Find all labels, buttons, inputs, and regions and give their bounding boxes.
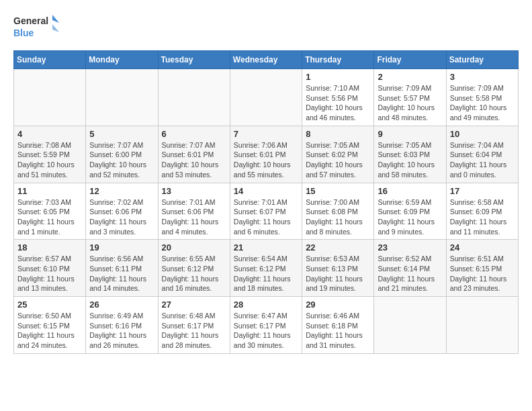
day-cell: 26Sunrise: 6:49 AM Sunset: 6:16 PM Dayli… (86, 297, 158, 354)
day-info: Sunrise: 7:10 AM Sunset: 5:56 PM Dayligh… (306, 83, 370, 123)
day-cell: 8Sunrise: 7:05 AM Sunset: 6:02 PM Daylig… (302, 126, 374, 183)
day-number: 13 (162, 186, 226, 196)
day-info: Sunrise: 7:03 AM Sunset: 6:05 PM Dayligh… (17, 197, 82, 237)
day-info: Sunrise: 6:53 AM Sunset: 6:13 PM Dayligh… (306, 254, 370, 293)
header-cell-thursday: Thursday (302, 51, 374, 69)
day-info: Sunrise: 7:01 AM Sunset: 6:06 PM Dayligh… (162, 197, 226, 237)
day-number: 7 (234, 129, 298, 139)
week-row-1: 1Sunrise: 7:10 AM Sunset: 5:56 PM Daylig… (14, 69, 519, 126)
day-cell: 27Sunrise: 6:48 AM Sunset: 6:17 PM Dayli… (158, 297, 230, 354)
day-cell (158, 69, 230, 126)
day-info: Sunrise: 6:57 AM Sunset: 6:10 PM Dayligh… (17, 254, 82, 293)
day-cell: 19Sunrise: 6:56 AM Sunset: 6:11 PM Dayli… (86, 240, 158, 297)
day-number: 26 (89, 300, 154, 310)
day-number: 8 (306, 129, 370, 139)
svg-marker-3 (52, 24, 59, 32)
day-cell: 6Sunrise: 7:07 AM Sunset: 6:01 PM Daylig… (158, 126, 230, 183)
svg-marker-2 (52, 15, 59, 23)
day-number: 2 (378, 72, 442, 82)
day-number: 14 (234, 186, 298, 196)
day-info: Sunrise: 7:02 AM Sunset: 6:06 PM Dayligh… (89, 197, 154, 237)
day-cell (230, 69, 302, 126)
day-info: Sunrise: 6:54 AM Sunset: 6:12 PM Dayligh… (234, 254, 298, 293)
header-row: SundayMondayTuesdayWednesdayThursdayFrid… (14, 51, 519, 69)
day-info: Sunrise: 6:48 AM Sunset: 6:17 PM Dayligh… (162, 311, 226, 351)
header-cell-sunday: Sunday (14, 51, 86, 69)
day-info: Sunrise: 6:55 AM Sunset: 6:12 PM Dayligh… (162, 254, 226, 293)
header-cell-friday: Friday (374, 51, 446, 69)
svg-text:Blue: Blue (13, 28, 34, 38)
logo-icon: General Blue (13, 13, 60, 44)
day-cell: 28Sunrise: 6:47 AM Sunset: 6:17 PM Dayli… (230, 297, 302, 354)
day-cell (86, 69, 158, 126)
header-cell-tuesday: Tuesday (158, 51, 230, 69)
day-cell: 9Sunrise: 7:05 AM Sunset: 6:03 PM Daylig… (374, 126, 446, 183)
day-number: 6 (162, 129, 226, 139)
day-number: 24 (450, 242, 515, 253)
day-number: 27 (162, 300, 226, 310)
day-cell: 14Sunrise: 7:01 AM Sunset: 6:07 PM Dayli… (230, 183, 302, 240)
day-number: 1 (306, 72, 370, 82)
day-info: Sunrise: 7:01 AM Sunset: 6:07 PM Dayligh… (234, 197, 298, 237)
day-cell: 24Sunrise: 6:51 AM Sunset: 6:15 PM Dayli… (446, 240, 518, 297)
day-info: Sunrise: 6:50 AM Sunset: 6:15 PM Dayligh… (17, 311, 82, 351)
header-cell-saturday: Saturday (446, 51, 518, 69)
day-info: Sunrise: 6:56 AM Sunset: 6:11 PM Dayligh… (89, 254, 154, 293)
logo: General Blue (13, 13, 60, 44)
day-cell: 10Sunrise: 7:04 AM Sunset: 6:04 PM Dayli… (446, 126, 518, 183)
day-info: Sunrise: 7:00 AM Sunset: 6:08 PM Dayligh… (306, 197, 370, 237)
day-cell: 17Sunrise: 6:58 AM Sunset: 6:09 PM Dayli… (446, 183, 518, 240)
day-number: 3 (450, 72, 515, 82)
day-info: Sunrise: 6:47 AM Sunset: 6:17 PM Dayligh… (234, 311, 298, 351)
day-number: 16 (378, 186, 442, 196)
day-number: 10 (450, 129, 515, 139)
day-info: Sunrise: 7:09 AM Sunset: 5:57 PM Dayligh… (378, 83, 442, 123)
day-cell: 15Sunrise: 7:00 AM Sunset: 6:08 PM Dayli… (302, 183, 374, 240)
week-row-5: 25Sunrise: 6:50 AM Sunset: 6:15 PM Dayli… (14, 297, 519, 354)
day-number: 29 (306, 300, 370, 310)
day-info: Sunrise: 7:05 AM Sunset: 6:02 PM Dayligh… (306, 140, 370, 180)
day-cell: 5Sunrise: 7:07 AM Sunset: 6:00 PM Daylig… (86, 126, 158, 183)
day-number: 5 (89, 129, 154, 139)
day-number: 23 (378, 242, 442, 253)
day-info: Sunrise: 7:04 AM Sunset: 6:04 PM Dayligh… (450, 140, 515, 180)
day-info: Sunrise: 7:05 AM Sunset: 6:03 PM Dayligh… (378, 140, 442, 180)
day-info: Sunrise: 7:07 AM Sunset: 6:01 PM Dayligh… (162, 140, 226, 180)
day-number: 21 (234, 242, 298, 253)
day-number: 11 (17, 186, 82, 196)
day-number: 28 (234, 300, 298, 310)
day-cell: 22Sunrise: 6:53 AM Sunset: 6:13 PM Dayli… (302, 240, 374, 297)
day-cell: 2Sunrise: 7:09 AM Sunset: 5:57 PM Daylig… (374, 69, 446, 126)
day-number: 4 (17, 129, 82, 139)
day-info: Sunrise: 6:59 AM Sunset: 6:09 PM Dayligh… (378, 197, 442, 237)
day-number: 22 (306, 242, 370, 253)
day-cell: 25Sunrise: 6:50 AM Sunset: 6:15 PM Dayli… (14, 297, 86, 354)
day-cell (446, 297, 518, 354)
day-info: Sunrise: 7:07 AM Sunset: 6:00 PM Dayligh… (89, 140, 154, 180)
day-cell: 11Sunrise: 7:03 AM Sunset: 6:05 PM Dayli… (14, 183, 86, 240)
day-cell: 23Sunrise: 6:52 AM Sunset: 6:14 PM Dayli… (374, 240, 446, 297)
day-cell: 1Sunrise: 7:10 AM Sunset: 5:56 PM Daylig… (302, 69, 374, 126)
day-number: 12 (89, 186, 154, 196)
day-cell: 4Sunrise: 7:08 AM Sunset: 5:59 PM Daylig… (14, 126, 86, 183)
header-cell-wednesday: Wednesday (230, 51, 302, 69)
day-number: 15 (306, 186, 370, 196)
day-cell: 12Sunrise: 7:02 AM Sunset: 6:06 PM Dayli… (86, 183, 158, 240)
day-info: Sunrise: 6:49 AM Sunset: 6:16 PM Dayligh… (89, 311, 154, 351)
week-row-4: 18Sunrise: 6:57 AM Sunset: 6:10 PM Dayli… (14, 240, 519, 297)
day-cell: 29Sunrise: 6:46 AM Sunset: 6:18 PM Dayli… (302, 297, 374, 354)
day-cell: 20Sunrise: 6:55 AM Sunset: 6:12 PM Dayli… (158, 240, 230, 297)
day-info: Sunrise: 6:46 AM Sunset: 6:18 PM Dayligh… (306, 311, 370, 351)
day-info: Sunrise: 6:51 AM Sunset: 6:15 PM Dayligh… (450, 254, 515, 293)
day-cell: 18Sunrise: 6:57 AM Sunset: 6:10 PM Dayli… (14, 240, 86, 297)
day-cell: 7Sunrise: 7:06 AM Sunset: 6:01 PM Daylig… (230, 126, 302, 183)
day-cell (14, 69, 86, 126)
header-cell-monday: Monday (86, 51, 158, 69)
day-number: 20 (162, 242, 226, 253)
calendar-table: SundayMondayTuesdayWednesdayThursdayFrid… (13, 50, 519, 354)
day-number: 18 (17, 242, 82, 253)
svg-text:General: General (13, 15, 48, 26)
day-number: 9 (378, 129, 442, 139)
day-number: 19 (89, 242, 154, 253)
day-cell: 16Sunrise: 6:59 AM Sunset: 6:09 PM Dayli… (374, 183, 446, 240)
